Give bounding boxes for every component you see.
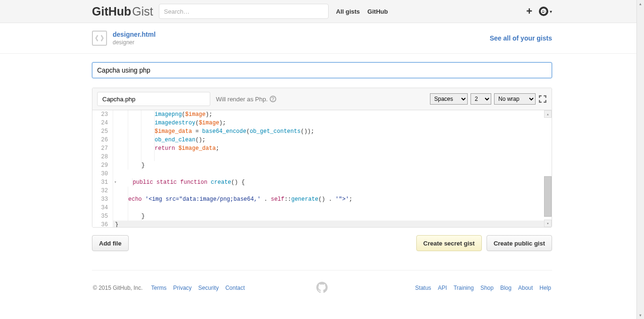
add-file-button[interactable]: Add file [92, 235, 129, 251]
footer-link-help[interactable]: Help [539, 285, 551, 291]
add-icon[interactable]: + [526, 5, 532, 17]
line-content[interactable]: imagepng($image); [113, 110, 212, 119]
code-line[interactable]: 28 [92, 153, 552, 161]
indent-mode-select[interactable]: Spaces [430, 93, 468, 105]
code-editor[interactable]: 23imagepng($image);24imagedestroy($image… [92, 110, 552, 227]
code-line[interactable]: 29} [92, 161, 552, 170]
line-content[interactable]: echo '<img src="data:image/png;base64,' … [113, 195, 352, 204]
nav-github[interactable]: GitHub [367, 8, 388, 15]
footer-link-about[interactable]: About [518, 285, 533, 291]
render-hint: Will render as Php. ? [216, 96, 276, 103]
wrap-mode-select[interactable]: No wrap [494, 93, 536, 105]
line-content[interactable] [113, 187, 128, 195]
create-secret-gist-button[interactable]: Create secret gist [416, 235, 482, 251]
code-line[interactable]: 36} [92, 221, 552, 227]
code-line[interactable]: 27return $image_data; [92, 144, 552, 153]
line-number: 35 [92, 212, 113, 221]
editor-scroll-down[interactable]: ▾ [544, 220, 552, 227]
site-header: GitHub Gist All gists GitHub + ▾ [0, 0, 644, 23]
code-line[interactable]: 31▾public static function create() { [92, 178, 552, 187]
page-head: designer.html designer See all of your g… [0, 23, 644, 54]
help-icon[interactable]: ? [270, 96, 276, 102]
footer-link-security[interactable]: Security [198, 285, 219, 291]
nav-all-gists[interactable]: All gists [336, 8, 360, 15]
avatar-icon [539, 7, 548, 16]
gist-owner: designer [113, 39, 156, 46]
line-content[interactable] [113, 153, 155, 161]
line-number: 32 [92, 187, 113, 195]
line-number: 34 [92, 204, 113, 212]
caret-down-icon: ▾ [550, 9, 552, 14]
footer-link-privacy[interactable]: Privacy [173, 285, 191, 291]
code-line[interactable]: 26ob_end_clean(); [92, 136, 552, 144]
code-line[interactable]: 34 [92, 204, 552, 212]
footer-link-terms[interactable]: Terms [151, 285, 167, 291]
line-number: 28 [92, 153, 113, 161]
code-line[interactable]: 23imagepng($image); [92, 110, 552, 119]
line-content[interactable]: } [113, 161, 145, 170]
line-content[interactable]: public static function create() { [117, 178, 245, 187]
line-content[interactable]: } [113, 221, 118, 227]
footer-link-training[interactable]: Training [454, 285, 474, 291]
line-content[interactable]: $image_data = base64_encode(ob_get_conte… [113, 127, 314, 136]
logo-bold: GitHub [92, 5, 131, 18]
see-all-gists-link[interactable]: See all of your gists [490, 34, 552, 42]
line-content[interactable]: ob_end_clean(); [113, 136, 206, 144]
footer-link-status[interactable]: Status [415, 285, 431, 291]
line-number: 29 [92, 161, 113, 170]
line-content[interactable]: imagedestroy($image); [113, 119, 226, 127]
line-number: 27 [92, 144, 113, 153]
logo-link[interactable]: GitHub Gist [92, 5, 153, 18]
gist-description-input[interactable] [92, 62, 552, 78]
indent-size-select[interactable]: 2 [471, 93, 491, 105]
footer-link-contact[interactable]: Contact [225, 285, 245, 291]
line-number: 31 [92, 178, 113, 187]
code-line[interactable]: 30 [92, 170, 552, 178]
line-number: 24 [92, 119, 113, 127]
fullscreen-icon[interactable] [538, 95, 547, 103]
line-number: 23 [92, 110, 113, 119]
logo-light: Gist [132, 5, 153, 18]
code-line[interactable]: 32 [92, 187, 552, 195]
code-line[interactable]: 24imagedestroy($image); [92, 119, 552, 127]
editor-box: Will render as Php. ? Spaces 2 No wrap 2… [92, 88, 552, 228]
line-number: 25 [92, 127, 113, 136]
gist-title-link[interactable]: designer.html [113, 31, 156, 38]
user-menu[interactable]: ▾ [539, 7, 552, 16]
site-footer: © 2015 GitHub, Inc. TermsPrivacySecurity… [92, 270, 552, 310]
line-content[interactable] [113, 170, 115, 178]
code-line[interactable]: 33echo '<img src="data:image/png;base64,… [92, 195, 552, 204]
editor-scroll-up[interactable]: ▴ [544, 110, 552, 118]
editor-scroll-thumb[interactable] [544, 176, 552, 217]
line-number: 30 [92, 170, 113, 178]
code-line[interactable]: 35} [92, 212, 552, 221]
code-line[interactable]: 25$image_data = base64_encode(ob_get_con… [92, 127, 552, 136]
page-scroll-up[interactable]: ▴ [637, 0, 644, 8]
search-input[interactable] [159, 4, 329, 19]
create-public-gist-button[interactable]: Create public gist [487, 235, 552, 251]
footer-copyright: © 2015 GitHub, Inc. [93, 285, 143, 291]
render-hint-text: Will render as Php. [216, 96, 268, 103]
footer-link-blog[interactable]: Blog [500, 285, 512, 291]
gist-file-icon [92, 31, 107, 46]
github-mark-icon[interactable] [316, 282, 328, 294]
editor-toolbar: Will render as Php. ? Spaces 2 No wrap [92, 88, 552, 110]
footer-link-api[interactable]: API [438, 285, 447, 291]
footer-link-shop[interactable]: Shop [480, 285, 494, 291]
line-content[interactable] [113, 204, 128, 212]
line-content[interactable]: return $image_data; [113, 144, 219, 153]
filename-input[interactable] [97, 92, 210, 106]
line-number: 36 [92, 221, 113, 227]
line-number: 33 [92, 195, 113, 204]
line-content[interactable]: } [113, 212, 145, 221]
page-scrollbar[interactable]: ▴ ▾ [636, 0, 644, 310]
line-number: 26 [92, 136, 113, 144]
